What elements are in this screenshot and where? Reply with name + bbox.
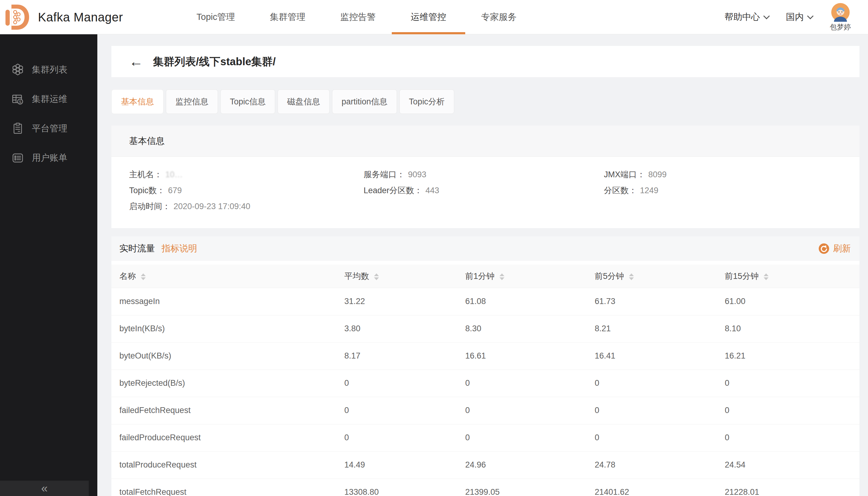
metric-value-cell: 0	[717, 424, 859, 451]
column-header-label: 前1分钟	[465, 272, 494, 281]
column-header-label: 前5分钟	[595, 272, 624, 281]
tab-topic-info[interactable]: Topic信息	[220, 89, 275, 114]
sort-carets-icon	[141, 274, 146, 280]
active-nav-underline	[392, 32, 465, 34]
tab-label: 基本信息	[121, 96, 154, 107]
sort-asc-icon	[500, 274, 504, 276]
metric-value-cell: 3.80	[336, 315, 457, 342]
page-header: ← 集群列表/线下stable集群/	[111, 46, 859, 77]
chevron-down-icon	[807, 13, 814, 19]
basic-info-card: 基本信息 主机名：10…服务端口：9093JMX端口：8099Topic数：67…	[111, 125, 859, 228]
metric-value-cell: 61.73	[587, 288, 717, 315]
clipboard-icon	[12, 123, 24, 135]
field-value: 679	[168, 186, 182, 195]
info-field: 主机名：10…	[129, 167, 364, 183]
nav-item-expert-service[interactable]: 专家服务	[464, 0, 534, 34]
honeycomb-icon	[12, 64, 24, 76]
field-label: 分区数：	[604, 185, 637, 196]
tab-label: 磁盘信息	[287, 96, 320, 107]
metric-value-cell: 0	[336, 370, 457, 397]
tab-topic-analysis[interactable]: Topic分析	[399, 89, 454, 114]
metric-value-cell: 24.78	[587, 451, 717, 479]
field-label: JMX端口：	[604, 169, 645, 180]
sidebar-item-user-billing[interactable]: 用户账单	[0, 150, 97, 167]
nav-item-label: 监控告警	[340, 11, 376, 23]
field-label: 服务端口：	[364, 169, 405, 180]
tab-basic-info[interactable]: 基本信息	[111, 89, 163, 114]
sort-desc-icon	[500, 277, 504, 280]
metric-value-cell: 8.17	[336, 342, 457, 370]
field-label: 启动时间：	[129, 201, 171, 212]
column-header[interactable]: 名称	[111, 265, 336, 288]
sidebar-item-cluster-list[interactable]: 集群列表	[0, 61, 97, 78]
metric-value-cell: 21228.01	[717, 479, 859, 496]
metric-value-cell: 0	[457, 370, 587, 397]
sort-desc-icon	[764, 277, 769, 280]
nav-item-topic-management[interactable]: Topic管理	[179, 0, 253, 34]
navbar-right: 帮助中心 国内 包梦婷	[724, 0, 851, 34]
basic-info-title: 基本信息	[129, 135, 165, 147]
chevron-down-icon	[763, 13, 770, 19]
sort-asc-icon	[141, 274, 146, 276]
sort-carets-icon	[500, 274, 504, 280]
info-field: JMX端口：8099	[604, 167, 859, 183]
detail-tabs: 基本信息监控信息Topic信息磁盘信息partition信息Topic分析	[111, 89, 859, 114]
tab-partition-info[interactable]: partition信息	[332, 89, 397, 114]
table-dollar-icon: $	[12, 93, 24, 105]
avatar	[831, 3, 850, 22]
nav-item-ops-control[interactable]: 运维管控	[393, 0, 464, 34]
table-header-row: 名称平均数前1分钟前5分钟前15分钟	[111, 265, 859, 288]
field-value: 443	[425, 186, 439, 195]
table-row: byteOut(KB/s)8.1716.6116.4116.21	[111, 342, 859, 370]
help-center-menu[interactable]: 帮助中心	[724, 11, 769, 23]
sort-desc-icon	[374, 277, 379, 280]
sort-asc-icon	[374, 274, 379, 276]
refresh-button[interactable]: 刷新	[818, 243, 851, 255]
help-center-label: 帮助中心	[724, 11, 760, 23]
sidebar-item-label: 平台管理	[32, 123, 67, 135]
column-header[interactable]: 前5分钟	[587, 265, 717, 288]
metric-name-cell: failedFetchRequest	[111, 397, 336, 424]
column-header-label: 前15分钟	[725, 272, 759, 281]
realtime-flow-header: 实时流量 指标说明 刷新	[111, 236, 859, 261]
metric-name-cell: totalProduceRequest	[111, 451, 336, 479]
column-header[interactable]: 平均数	[336, 265, 457, 288]
sidebar-item-cluster-ops[interactable]: $集群运维	[0, 91, 97, 108]
sidebar: 集群列表 $集群运维 平台管理 用户账单 «	[0, 34, 97, 496]
metric-value-cell: 61.08	[457, 288, 587, 315]
metric-value-cell: 8.30	[457, 315, 587, 342]
metric-value-cell: 0	[587, 424, 717, 451]
tab-label: Topic信息	[230, 96, 266, 107]
column-header[interactable]: 前1分钟	[457, 265, 587, 288]
nav-item-cluster-management[interactable]: 集群管理	[253, 0, 323, 34]
column-header-label: 平均数	[344, 272, 369, 281]
primary-nav: Topic管理集群管理监控告警运维管控专家服务	[179, 0, 534, 34]
region-select[interactable]: 国内	[786, 11, 812, 23]
sort-carets-icon	[629, 274, 634, 280]
sidebar-collapse-button[interactable]: «	[0, 481, 89, 496]
refresh-label: 刷新	[833, 243, 851, 255]
sort-asc-icon	[764, 274, 769, 276]
sort-carets-icon	[764, 274, 769, 280]
field-value: 10…	[165, 170, 183, 180]
realtime-flow-table: 名称平均数前1分钟前5分钟前15分钟 messageIn31.2261.0861…	[111, 265, 859, 496]
metric-value-cell: 13308.80	[336, 479, 457, 496]
sidebar-item-platform-admin[interactable]: 平台管理	[0, 120, 97, 137]
column-header-label: 名称	[120, 272, 136, 281]
metric-value-cell: 31.22	[336, 288, 457, 315]
column-header[interactable]: 前15分钟	[717, 265, 859, 288]
nav-item-label: 专家服务	[481, 11, 517, 23]
metric-description-link[interactable]: 指标说明	[162, 243, 197, 255]
tab-monitor-info[interactable]: 监控信息	[166, 89, 218, 114]
metric-value-cell: 16.61	[457, 342, 587, 370]
back-arrow-button[interactable]: ←	[129, 55, 143, 68]
field-value: 8099	[648, 170, 667, 180]
nav-item-monitor-alert[interactable]: 监控告警	[323, 0, 393, 34]
tab-disk-info[interactable]: 磁盘信息	[278, 89, 330, 114]
metric-value-cell: 0	[587, 370, 717, 397]
user-menu[interactable]: 包梦婷	[830, 3, 851, 32]
tab-label: Topic分析	[409, 96, 445, 107]
info-field: Topic数：679	[129, 183, 364, 198]
sidebar-item-label: 集群列表	[32, 64, 67, 76]
username: 包梦婷	[830, 22, 851, 32]
